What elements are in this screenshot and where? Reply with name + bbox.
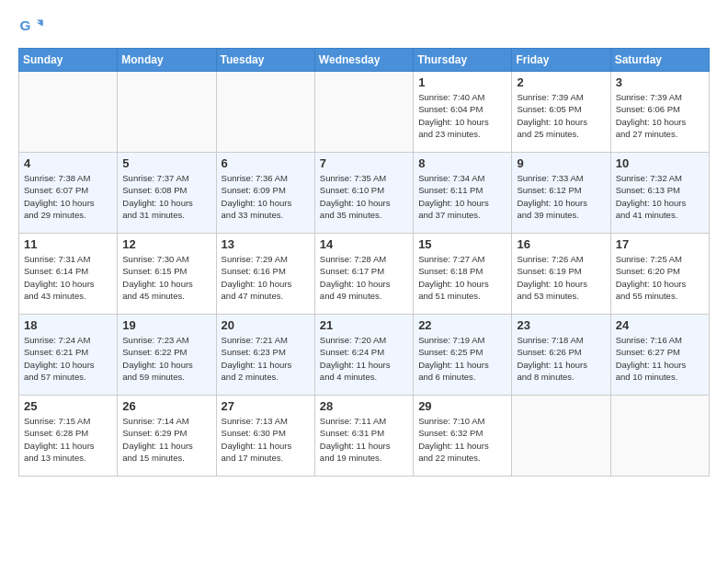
day-info: Sunrise: 7:25 AM Sunset: 6:20 PM Dayligh… [616,253,704,302]
day-cell: 8Sunrise: 7:34 AM Sunset: 6:11 PM Daylig… [414,153,512,234]
day-number: 13 [222,237,310,251]
header: G [18,15,710,40]
day-info: Sunrise: 7:18 AM Sunset: 6:26 PM Dayligh… [517,334,605,383]
day-info: Sunrise: 7:28 AM Sunset: 6:17 PM Dayligh… [320,253,408,302]
col-header-saturday: Saturday [610,49,709,72]
day-cell [19,72,118,153]
day-cell: 15Sunrise: 7:27 AM Sunset: 6:18 PM Dayli… [414,234,512,315]
day-cell: 11Sunrise: 7:31 AM Sunset: 6:14 PM Dayli… [19,234,118,315]
day-number: 27 [222,399,310,413]
day-number: 15 [418,237,506,251]
day-info: Sunrise: 7:14 AM Sunset: 6:29 PM Dayligh… [122,415,210,464]
day-cell: 4Sunrise: 7:38 AM Sunset: 6:07 PM Daylig… [19,153,118,234]
day-cell: 26Sunrise: 7:14 AM Sunset: 6:29 PM Dayli… [118,396,216,477]
day-number: 23 [517,318,605,332]
day-cell: 19Sunrise: 7:23 AM Sunset: 6:22 PM Dayli… [118,315,216,396]
day-number: 11 [24,237,112,251]
day-cell: 25Sunrise: 7:15 AM Sunset: 6:28 PM Dayli… [19,396,118,477]
day-cell: 9Sunrise: 7:33 AM Sunset: 6:12 PM Daylig… [512,153,610,234]
day-cell [512,396,610,477]
day-cell [610,396,709,477]
logo: G [18,15,48,40]
day-cell: 28Sunrise: 7:11 AM Sunset: 6:31 PM Dayli… [314,396,413,477]
day-cell: 13Sunrise: 7:29 AM Sunset: 6:16 PM Dayli… [216,234,314,315]
day-info: Sunrise: 7:29 AM Sunset: 6:16 PM Dayligh… [222,253,310,302]
day-number: 16 [517,237,605,251]
day-number: 9 [517,156,605,170]
day-cell: 10Sunrise: 7:32 AM Sunset: 6:13 PM Dayli… [610,153,709,234]
day-info: Sunrise: 7:13 AM Sunset: 6:30 PM Dayligh… [222,415,310,464]
day-info: Sunrise: 7:20 AM Sunset: 6:24 PM Dayligh… [320,334,408,383]
day-info: Sunrise: 7:32 AM Sunset: 6:13 PM Dayligh… [616,172,704,221]
day-cell: 27Sunrise: 7:13 AM Sunset: 6:30 PM Dayli… [216,396,314,477]
col-header-sunday: Sunday [19,49,118,72]
day-number: 2 [517,75,605,89]
day-number: 18 [24,318,112,332]
day-info: Sunrise: 7:33 AM Sunset: 6:12 PM Dayligh… [517,172,605,221]
day-cell: 7Sunrise: 7:35 AM Sunset: 6:10 PM Daylig… [314,153,413,234]
page: G SundayMondayTuesdayWednesdayThursdayFr… [0,0,728,486]
day-info: Sunrise: 7:39 AM Sunset: 6:06 PM Dayligh… [616,91,704,140]
day-number: 3 [616,75,704,89]
day-number: 12 [122,237,210,251]
day-cell: 17Sunrise: 7:25 AM Sunset: 6:20 PM Dayli… [610,234,709,315]
day-number: 8 [418,156,506,170]
day-number: 5 [122,156,210,170]
day-cell: 18Sunrise: 7:24 AM Sunset: 6:21 PM Dayli… [19,315,118,396]
day-number: 22 [418,318,506,332]
day-cell: 16Sunrise: 7:26 AM Sunset: 6:19 PM Dayli… [512,234,610,315]
day-number: 21 [320,318,408,332]
day-number: 19 [122,318,210,332]
day-cell: 21Sunrise: 7:20 AM Sunset: 6:24 PM Dayli… [314,315,413,396]
day-cell: 14Sunrise: 7:28 AM Sunset: 6:17 PM Dayli… [314,234,413,315]
day-info: Sunrise: 7:35 AM Sunset: 6:10 PM Dayligh… [320,172,408,221]
calendar: SundayMondayTuesdayWednesdayThursdayFrid… [18,48,710,477]
day-info: Sunrise: 7:30 AM Sunset: 6:15 PM Dayligh… [122,253,210,302]
day-number: 25 [24,399,112,413]
day-cell [118,72,216,153]
day-number: 20 [222,318,310,332]
day-number: 10 [616,156,704,170]
day-cell: 22Sunrise: 7:19 AM Sunset: 6:25 PM Dayli… [414,315,512,396]
day-number: 28 [320,399,408,413]
day-cell [314,72,413,153]
day-info: Sunrise: 7:19 AM Sunset: 6:25 PM Dayligh… [418,334,506,383]
week-row-2: 11Sunrise: 7:31 AM Sunset: 6:14 PM Dayli… [19,234,710,315]
week-row-0: 1Sunrise: 7:40 AM Sunset: 6:04 PM Daylig… [19,72,710,153]
day-number: 29 [418,399,506,413]
day-info: Sunrise: 7:15 AM Sunset: 6:28 PM Dayligh… [24,415,112,464]
day-cell: 20Sunrise: 7:21 AM Sunset: 6:23 PM Dayli… [216,315,314,396]
week-row-4: 25Sunrise: 7:15 AM Sunset: 6:28 PM Dayli… [19,396,710,477]
day-cell: 24Sunrise: 7:16 AM Sunset: 6:27 PM Dayli… [610,315,709,396]
day-number: 6 [222,156,310,170]
day-cell: 12Sunrise: 7:30 AM Sunset: 6:15 PM Dayli… [118,234,216,315]
day-number: 17 [616,237,704,251]
day-info: Sunrise: 7:38 AM Sunset: 6:07 PM Dayligh… [24,172,112,221]
day-info: Sunrise: 7:36 AM Sunset: 6:09 PM Dayligh… [222,172,310,221]
day-info: Sunrise: 7:34 AM Sunset: 6:11 PM Dayligh… [418,172,506,221]
day-info: Sunrise: 7:21 AM Sunset: 6:23 PM Dayligh… [222,334,310,383]
col-header-friday: Friday [512,49,610,72]
day-cell: 29Sunrise: 7:10 AM Sunset: 6:32 PM Dayli… [414,396,512,477]
day-info: Sunrise: 7:37 AM Sunset: 6:08 PM Dayligh… [122,172,210,221]
svg-text:G: G [19,17,30,33]
day-info: Sunrise: 7:16 AM Sunset: 6:27 PM Dayligh… [616,334,704,383]
svg-marker-2 [37,22,43,26]
day-number: 24 [616,318,704,332]
day-cell [216,72,314,153]
col-header-monday: Monday [118,49,216,72]
day-cell: 6Sunrise: 7:36 AM Sunset: 6:09 PM Daylig… [216,153,314,234]
day-number: 14 [320,237,408,251]
day-number: 7 [320,156,408,170]
day-info: Sunrise: 7:39 AM Sunset: 6:05 PM Dayligh… [517,91,605,140]
day-cell: 5Sunrise: 7:37 AM Sunset: 6:08 PM Daylig… [118,153,216,234]
day-cell: 23Sunrise: 7:18 AM Sunset: 6:26 PM Dayli… [512,315,610,396]
day-info: Sunrise: 7:26 AM Sunset: 6:19 PM Dayligh… [517,253,605,302]
header-row: SundayMondayTuesdayWednesdayThursdayFrid… [19,49,710,72]
day-info: Sunrise: 7:24 AM Sunset: 6:21 PM Dayligh… [24,334,112,383]
day-number: 26 [122,399,210,413]
day-cell: 3Sunrise: 7:39 AM Sunset: 6:06 PM Daylig… [610,72,709,153]
day-info: Sunrise: 7:27 AM Sunset: 6:18 PM Dayligh… [418,253,506,302]
logo-icon: G [18,15,44,40]
col-header-wednesday: Wednesday [314,49,413,72]
